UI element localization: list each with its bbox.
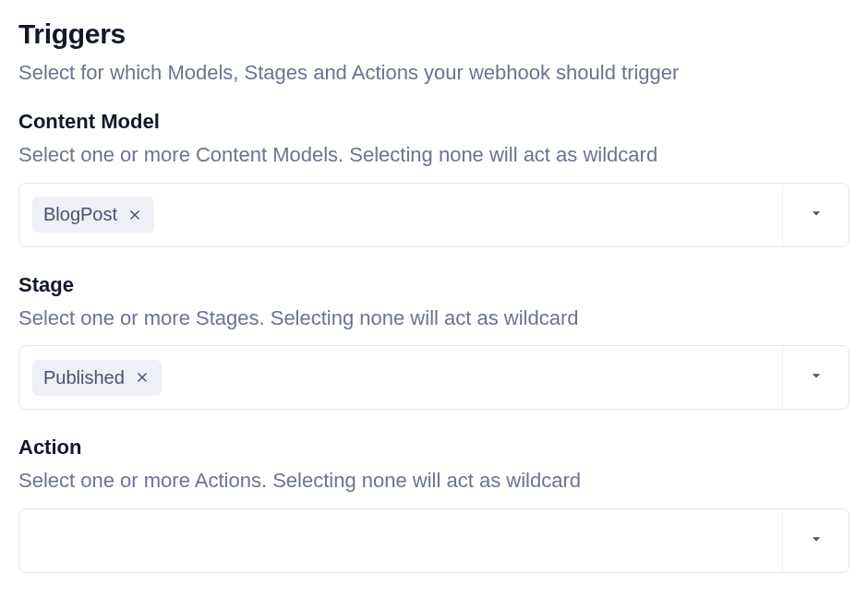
- action-field: Action Select one or more Actions. Selec…: [18, 436, 850, 573]
- action-select[interactable]: [18, 508, 850, 573]
- content-model-help: Select one or more Content Models. Selec…: [18, 141, 850, 170]
- stage-dropdown-toggle[interactable]: [782, 346, 849, 409]
- chevron-down-icon: [807, 366, 826, 388]
- content-model-dropdown-toggle[interactable]: [782, 184, 849, 246]
- stage-select[interactable]: Published: [18, 345, 850, 410]
- stage-help: Select one or more Stages. Selecting non…: [18, 304, 850, 333]
- stage-select-body[interactable]: Published: [19, 346, 782, 409]
- stage-field: Stage Select one or more Stages. Selecti…: [18, 273, 850, 411]
- content-model-select-body[interactable]: BlogPost: [19, 184, 782, 246]
- content-model-label: Content Model: [18, 110, 850, 134]
- action-select-body[interactable]: [19, 509, 782, 572]
- content-model-field: Content Model Select one or more Content…: [18, 110, 850, 247]
- triggers-subtitle: Select for which Models, Stages and Acti…: [18, 59, 850, 88]
- stage-label: Stage: [18, 273, 850, 297]
- close-icon[interactable]: [134, 369, 151, 386]
- action-dropdown-toggle[interactable]: [782, 509, 849, 572]
- chip-label: Published: [43, 367, 125, 388]
- action-help: Select one or more Actions. Selecting no…: [18, 467, 850, 496]
- action-label: Action: [18, 436, 850, 460]
- chevron-down-icon: [807, 204, 826, 226]
- chip-label: BlogPost: [43, 204, 117, 225]
- triggers-title: Triggers: [18, 18, 850, 50]
- content-model-select[interactable]: BlogPost: [18, 183, 850, 247]
- close-icon[interactable]: [127, 207, 143, 223]
- stage-chip: Published: [32, 360, 162, 396]
- chevron-down-icon: [807, 530, 826, 552]
- content-model-chip: BlogPost: [32, 197, 154, 233]
